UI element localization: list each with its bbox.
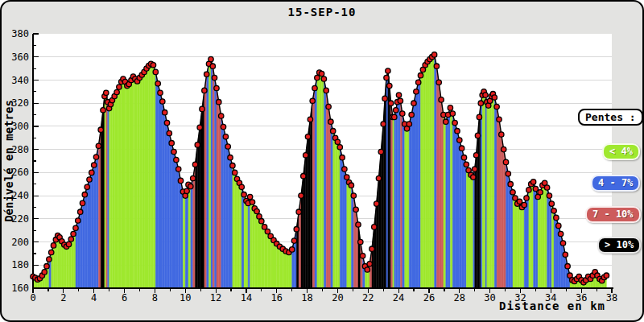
legend-badge-lt4: < 4% xyxy=(602,143,640,160)
svg-text:200: 200 xyxy=(11,237,29,248)
legend-badge-4to7: 4 - 7% xyxy=(591,175,640,192)
svg-text:180: 180 xyxy=(11,259,29,270)
svg-text:14: 14 xyxy=(241,292,252,303)
elevation-chart: 1601802002202402602803003203403603800246… xyxy=(0,0,644,322)
svg-text:380: 380 xyxy=(11,28,29,39)
x-axis-label: Distance en km xyxy=(322,299,605,312)
svg-text:2: 2 xyxy=(60,292,66,303)
svg-text:0: 0 xyxy=(30,292,35,303)
legend-badge-7to10: 7 - 10% xyxy=(585,206,641,223)
svg-text:16: 16 xyxy=(270,292,282,303)
elevation-profile-figure: 1601802002202402602803003203403603800246… xyxy=(0,0,644,322)
legend-badge-gt10: > 10% xyxy=(597,237,641,254)
svg-text:160: 160 xyxy=(11,283,29,294)
svg-text:38: 38 xyxy=(606,292,617,303)
svg-text:360: 360 xyxy=(11,52,29,63)
svg-text:12: 12 xyxy=(210,292,221,303)
legend-title: Pentes : xyxy=(578,109,643,126)
svg-text:10: 10 xyxy=(180,292,191,303)
y-axis-label: Dénivelé en metres xyxy=(2,85,15,237)
chart-title: 15-SEP-10 xyxy=(0,6,644,19)
svg-text:6: 6 xyxy=(122,292,127,303)
svg-text:4: 4 xyxy=(91,292,97,303)
svg-text:18: 18 xyxy=(301,292,312,303)
svg-text:8: 8 xyxy=(152,292,158,303)
